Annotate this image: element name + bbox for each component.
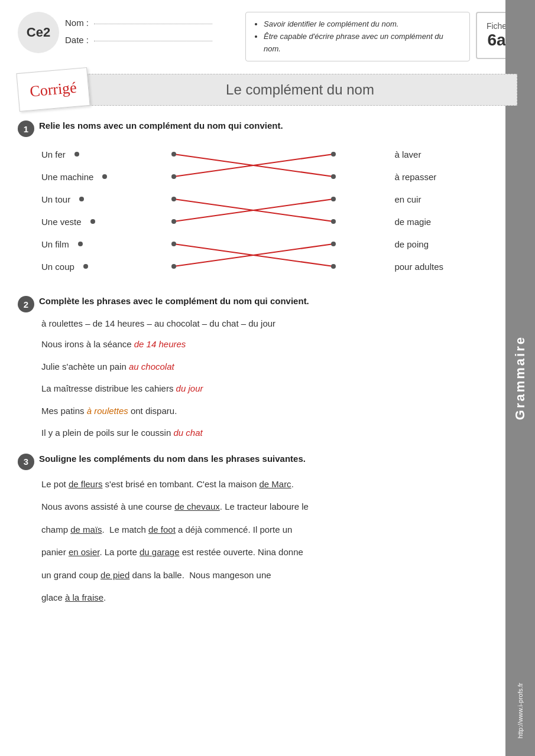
dot-left-1: [74, 152, 79, 157]
right-item-4: de magie: [394, 210, 443, 233]
section-1-num: 1: [18, 120, 34, 137]
svg-point-13: [331, 174, 336, 179]
dot-left-6: [83, 264, 88, 269]
left-item-2: Une machine: [41, 165, 113, 188]
answer-2: au chocolat: [129, 361, 174, 372]
answer-de-foot: de foot: [148, 524, 176, 535]
dot-left-3: [79, 197, 84, 201]
nom-dotted: [94, 24, 212, 24]
date-line: Date :: [65, 35, 239, 45]
answer-3: du jour: [176, 383, 203, 393]
section-1-title: Relie les noms avec un complément du nom…: [39, 119, 283, 132]
answer-en-osier: en osier: [69, 547, 100, 557]
left-item-4: Une veste: [41, 210, 113, 233]
section-3-title: Souligne les compléments du nom dans les…: [39, 452, 306, 465]
right-item-2: à repasser: [394, 165, 443, 188]
section-2-num: 2: [18, 296, 34, 312]
sentence-1: Nous irons à la séance de 14 heures: [41, 337, 517, 352]
right-item-5: de poing: [394, 233, 443, 255]
matching-lines-area: [171, 143, 336, 280]
corrige-stamp: Corrigé: [16, 67, 90, 112]
matching-svg: [171, 143, 336, 278]
section-3-text: Le pot de fleurs s'est brisé en tombant.…: [41, 476, 517, 607]
corrige-area: Corrigé Le complément du nom: [18, 70, 517, 109]
answer-de-marc: de Marc: [259, 479, 291, 489]
right-item-3: en cuir: [394, 188, 443, 210]
matching-columns: Un fer Une machine Un tour Une veste: [41, 143, 443, 280]
section-1: 1 Relie les noms avec un complément du n…: [18, 119, 517, 280]
svg-point-17: [331, 264, 336, 269]
svg-point-12: [331, 152, 336, 157]
right-column: à laver à repasser en cuir de magie de p…: [394, 143, 443, 280]
section-1-header: 1 Relie les noms avec un complément du n…: [18, 119, 517, 137]
options-line: à roulettes – de 14 heures – au chocolat…: [41, 318, 517, 328]
answer-a-la-fraise: à la fraise: [65, 592, 103, 602]
left-item-5: Un film: [41, 233, 113, 255]
dot-left-5: [78, 242, 83, 246]
para-6: glace à la fraise.: [41, 589, 517, 607]
svg-point-15: [331, 219, 336, 224]
section-2-title: Complète les phrases avec le complément …: [39, 295, 309, 307]
svg-point-7: [171, 174, 176, 179]
objectives-box: Savoir identifier le complément du nom. …: [245, 12, 470, 61]
section-2: 2 Complète les phrases avec le complémen…: [18, 295, 517, 441]
para-1: Le pot de fleurs s'est brisé en tombant.…: [41, 476, 517, 493]
left-item-1: Un fer: [41, 143, 113, 165]
ce2-badge: Ce2: [18, 12, 59, 53]
date-dotted: [94, 41, 212, 41]
answer-de-chevaux: de chevaux: [174, 501, 220, 511]
para-2: Nous avons assisté à une course de cheva…: [41, 498, 517, 516]
matching-exercise: Un fer Une machine Un tour Une veste: [41, 143, 517, 280]
svg-point-9: [171, 219, 176, 224]
nom-line: Nom :: [65, 18, 239, 28]
right-item-6: pour adultes: [394, 255, 443, 278]
para-4: panier en osier. La porte du garage est …: [41, 544, 517, 561]
answer-de-fleurs: de fleurs: [69, 479, 103, 489]
left-item-3: Un tour: [41, 188, 113, 210]
section-3-num: 3: [18, 454, 34, 470]
worksheet-title: Le complément du nom: [83, 74, 517, 106]
svg-point-14: [331, 197, 336, 201]
sentence-3: La maîtresse distribue les cahiers du jo…: [41, 381, 517, 396]
answer-de-mais: de maïs: [70, 524, 102, 535]
subject-label: Grammaire: [513, 335, 528, 420]
url-label: http://www.i-profs.fr: [517, 683, 524, 738]
left-column: Un fer Une machine Un tour Une veste: [41, 143, 113, 280]
svg-point-8: [171, 197, 176, 201]
para-3: champ de maïs. Le match de foot a déjà c…: [41, 522, 517, 539]
left-item-6: Un coup: [41, 255, 113, 278]
section-3: 3 Souligne les compléments du nom dans l…: [18, 452, 517, 607]
right-sidebar: Grammaire http://www.i-profs.fr: [505, 0, 535, 756]
sentence-4: Mes patins à roulettes ont disparu.: [41, 403, 517, 419]
answer-de-pied: de pied: [100, 570, 129, 580]
dot-left-4: [90, 219, 95, 224]
svg-point-11: [171, 264, 176, 269]
para-5: un grand coup de pied dans la balle. Nou…: [41, 567, 517, 584]
dot-left-2: [102, 174, 107, 179]
section-2-header: 2 Complète les phrases avec le complémen…: [18, 295, 517, 312]
objective-1: Savoir identifier le complément du nom.: [264, 18, 461, 31]
section-3-header: 3 Souligne les compléments du nom dans l…: [18, 452, 517, 470]
objective-2: Être capable d'écrire phrase avec un com…: [264, 31, 461, 56]
worksheet-page: Grammaire http://www.i-profs.fr Ce2 Nom …: [0, 0, 535, 756]
answer-4: à roulettes: [87, 406, 128, 416]
nom-date-area: Nom : Date :: [65, 18, 239, 52]
sentence-5: Il y a plein de poils sur le coussin du …: [41, 425, 517, 441]
sentence-2: Julie s'achète un pain au chocolat: [41, 359, 517, 374]
svg-point-16: [331, 242, 336, 246]
answer-du-garage: du garage: [140, 547, 180, 557]
answer-5: du chat: [173, 428, 202, 438]
right-item-1: à laver: [394, 143, 443, 165]
svg-point-6: [171, 152, 176, 157]
svg-point-10: [171, 242, 176, 246]
header: Ce2 Nom : Date : Savoir identifier le co…: [18, 12, 517, 61]
answer-1: de 14 heures: [134, 339, 186, 349]
